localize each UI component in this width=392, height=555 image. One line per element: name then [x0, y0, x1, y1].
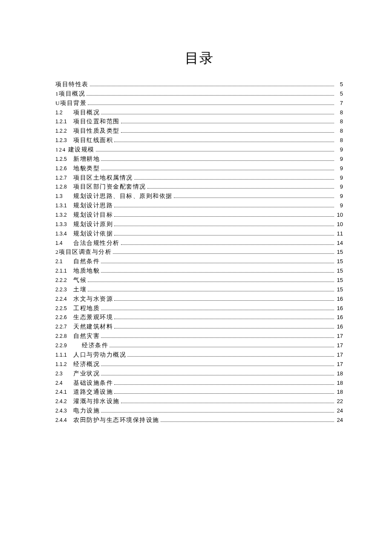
toc-leader-dots — [114, 216, 334, 217]
toc-entry-page: 8 — [335, 108, 343, 117]
toc-entry: 2.1自然条件15 — [55, 257, 343, 266]
toc-leader-dots — [114, 393, 334, 394]
toc-entry-text: 项目概况 — [73, 108, 100, 117]
toc-entry-number: 1.2.1 — [55, 118, 73, 126]
toc-entry: 2.2.4水文与水资源16 — [55, 294, 343, 304]
toc-entry: 1.2.7项目区土地权属情况9 — [55, 173, 343, 183]
toc-entry-number: 1.2.6 — [55, 165, 73, 173]
toc-entry-text: 规划设计目标 — [73, 210, 113, 220]
toc-entry-number: 1.2.3 — [55, 137, 73, 145]
toc-entry: 2.2.7天然建筑材料16 — [55, 322, 343, 331]
toc-entry: 2.4.3电力设施24 — [55, 406, 343, 416]
toc-entry: 1项目概况5 — [55, 89, 343, 99]
toc-entry-page: 18 — [335, 378, 343, 387]
toc-entry: 2.4.2灌溉与排水设施22 — [55, 397, 343, 406]
toc-entry: 1.1.1人口与劳动力概况17 — [55, 350, 343, 360]
toc-entry: 2.2.5工程地质16 — [55, 304, 343, 313]
toc-entry-number: 1.4 — [55, 239, 73, 247]
toc-leader-dots — [110, 347, 334, 347]
toc-entry: 1.2.3项目红线面积8 — [55, 136, 343, 145]
toc-entry-number: 2.1.1 — [55, 267, 73, 275]
toc-entry: 1.3规划设计思路、目标、原则和依据9 — [55, 192, 343, 201]
toc-entry-page: 5 — [335, 80, 343, 89]
toc-entry: 1.2.8项目区部门资金配套情况9 — [55, 182, 343, 192]
toc-entry-page: 17 — [335, 350, 343, 359]
toc-leader-dots — [101, 263, 334, 263]
toc-entry: 1.2.5新增耕地9 — [55, 154, 343, 164]
toc-entry-number: 1.3.3 — [55, 221, 73, 229]
toc-entry: 1.1.2经济概况17 — [55, 360, 343, 369]
toc-leader-dots — [101, 337, 334, 338]
toc-entry-page: 10 — [335, 210, 343, 219]
toc-entry-number: 2.4.2 — [55, 398, 73, 406]
toc-entry-number: 2.2.8 — [55, 332, 73, 340]
toc-entry: 2.4基础设施条件18 — [55, 378, 343, 388]
toc-entry-page: 16 — [335, 304, 343, 313]
toc-entry: 项目特性表5 — [55, 80, 343, 89]
toc-leader-dots — [88, 282, 334, 282]
toc-entry-page: 9 — [335, 173, 343, 182]
toc-entry-text: 地质地貌 — [73, 266, 100, 276]
toc-entry-page: 9 — [335, 164, 343, 173]
toc-entry-page: 9 — [335, 182, 343, 191]
toc-entry: 1.4合法合规性分析14 — [55, 238, 343, 248]
toc-leader-dots — [121, 123, 334, 123]
toc-entry-text: 项目红线面积 — [73, 136, 113, 145]
toc-entry-text: 电力设施 — [73, 406, 100, 416]
toc-leader-dots — [101, 272, 334, 273]
toc-entry-page: 17 — [335, 341, 343, 350]
toc-entry: 1.2.2项目性质及类型8 — [55, 126, 343, 136]
toc-entry-text: 规划设计依据 — [73, 229, 113, 238]
toc-entry: 2.2.9经济条件17 — [55, 341, 343, 350]
toc-entry-text: 经济条件 — [82, 341, 108, 350]
toc-entry-number: 2.4.1 — [55, 388, 73, 396]
toc-entry: 2.1.1地质地貌15 — [55, 266, 343, 276]
toc-entry-number: 2.3 — [55, 370, 73, 378]
toc-entry-page: 18 — [335, 369, 343, 378]
toc-entry-page: 17 — [335, 360, 343, 369]
toc-entry-number: 1.2.5 — [55, 155, 73, 163]
toc-leader-dots — [88, 105, 334, 105]
toc-entry-text: 基础设施条件 — [73, 378, 113, 388]
toc-entry-page: 11 — [335, 229, 343, 238]
toc-leader-dots — [113, 253, 334, 254]
toc-entry-text: 2项目区调查与分析 — [55, 247, 112, 257]
toc-leader-dots — [96, 151, 334, 151]
toc-entry: 2.4.4农田防护与生态环境保持设施24 — [55, 416, 343, 425]
toc-entry-page: 15 — [335, 247, 343, 256]
toc-leader-dots — [86, 95, 334, 96]
toc-leader-dots — [174, 198, 334, 198]
toc-leader-dots — [101, 114, 334, 114]
toc-leader-dots — [114, 328, 334, 328]
toc-leader-dots — [101, 310, 334, 310]
toc-entry-page: 16 — [335, 322, 343, 331]
toc-entry-page: 8 — [335, 117, 343, 126]
toc-entry-page: 8 — [335, 126, 343, 135]
toc-leader-dots — [127, 356, 334, 357]
toc-entry-text: 项目区土地权属情况 — [73, 173, 133, 183]
toc-leader-dots — [88, 291, 334, 291]
toc-leader-dots — [121, 244, 334, 245]
toc-entry: 1.3.3规划设计原则10 — [55, 220, 343, 229]
toc-leader-dots — [101, 170, 334, 170]
toc-entry-number: 1.3.2 — [55, 211, 73, 219]
toc-entry-text: 农田防护与生态环境保持设施 — [73, 416, 159, 425]
toc-entry-text: 项目性质及类型 — [73, 126, 120, 136]
toc-entry-number: 2.2.2 — [55, 276, 73, 285]
toc-entry-number: 2.2.3 — [55, 286, 73, 294]
toc-entry-text: 人口与劳动力概况 — [73, 350, 126, 360]
document-page: 目录 项目特性表51项目概况5U项目背景71.2项目概况81.2.1项目位置和范… — [0, 0, 392, 425]
toc-leader-dots — [101, 160, 334, 161]
toc-entry-text: 天然建筑材料 — [73, 322, 113, 331]
toc-entry: 2项目区调查与分析15 — [55, 247, 343, 257]
toc-entry-text: 气候 — [73, 276, 86, 285]
toc-leader-dots — [114, 235, 334, 235]
toc-entry-number: 1.2.2 — [55, 127, 73, 135]
toc-entry-number: 2.1 — [55, 258, 73, 266]
toc-entry-text: 灌溉与排水设施 — [73, 397, 120, 406]
toc-entry-number: 1.3.4 — [55, 230, 73, 238]
toc-entry-number: 2.4.3 — [55, 407, 73, 415]
toc-entry-page: 9 — [335, 154, 343, 163]
toc-entry-text: 规划设计原则 — [73, 220, 113, 229]
toc-entry-text: 规划设计思路、目标、原则和依据 — [73, 192, 173, 201]
